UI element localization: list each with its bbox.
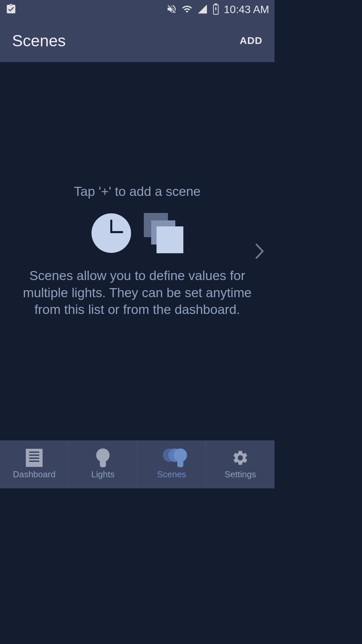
scenes-icon (163, 449, 180, 467)
battery-charging-icon (213, 3, 219, 16)
bulb-icon (94, 449, 112, 467)
nav-label-lights: Lights (91, 469, 114, 480)
page-title: Scenes (12, 32, 66, 50)
nav-label-dashboard: Dashboard (13, 469, 55, 480)
clipboard-icon (5, 3, 17, 16)
next-page-button[interactable] (253, 241, 266, 261)
nav-settings[interactable]: Settings (206, 440, 275, 488)
gear-icon (232, 449, 249, 467)
empty-state-title: Tap '+' to add a scene (74, 184, 200, 199)
svg-rect-1 (215, 4, 217, 5)
stack-icon (143, 213, 183, 253)
status-right: 10:43 AM (166, 3, 269, 16)
status-left (5, 3, 17, 16)
status-time: 10:43 AM (224, 3, 269, 16)
content-area: Tap '+' to add a scene Scenes allow you … (0, 62, 275, 440)
signal-icon (197, 4, 208, 16)
clock-icon (92, 213, 131, 253)
dashboard-icon (25, 449, 43, 467)
add-button[interactable]: ADD (240, 35, 262, 46)
empty-state-icons (92, 213, 183, 253)
status-bar: 10:43 AM (0, 0, 275, 19)
nav-label-scenes: Scenes (157, 469, 186, 480)
nav-lights[interactable]: Lights (69, 440, 137, 488)
wifi-icon (182, 4, 192, 16)
app-bar: Scenes ADD (0, 19, 275, 62)
bottom-nav: Dashboard Lights Scenes Settings (0, 440, 275, 488)
nav-dashboard[interactable]: Dashboard (0, 440, 69, 488)
empty-state-description: Scenes allow you to define values for mu… (20, 267, 254, 318)
mute-icon (166, 4, 177, 16)
nav-scenes[interactable]: Scenes (137, 440, 206, 488)
nav-label-settings: Settings (225, 469, 256, 480)
